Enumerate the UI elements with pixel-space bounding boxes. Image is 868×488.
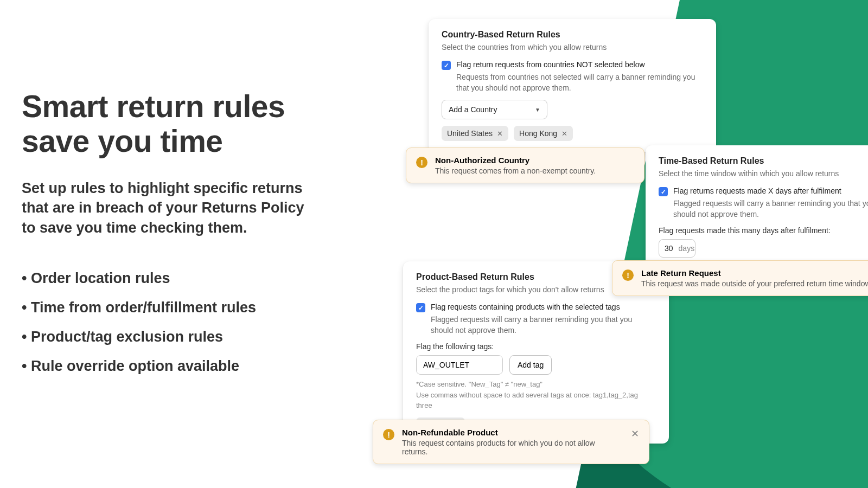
flag-time-checkbox[interactable]: ✓ xyxy=(659,187,668,196)
flag-product-checkbox[interactable]: ✓ xyxy=(416,303,425,312)
tags-field-label: Flag the following tags: xyxy=(416,342,656,351)
tag-label: United States xyxy=(447,129,493,138)
remove-tag-icon[interactable]: ✕ xyxy=(561,130,567,138)
add-country-select[interactable]: Add a Country ▼ xyxy=(442,100,547,119)
non-refundable-product-banner: ! Non-Refundable Product This request co… xyxy=(373,420,649,464)
card-subtitle: Select the time window within which you … xyxy=(659,169,868,178)
headline: Smart return rules save you time xyxy=(22,89,320,159)
remove-tag-icon[interactable]: ✕ xyxy=(497,130,503,138)
banner-text: This request was made outside of your pr… xyxy=(641,279,868,288)
late-return-banner: ! Late Return Request This request was m… xyxy=(612,260,868,296)
card-title: Country-Based Return Rules xyxy=(442,30,703,40)
banner-title: Late Return Request xyxy=(641,268,868,278)
banner-title: Non-Refundable Product xyxy=(402,428,607,437)
tag-label: Hong Kong xyxy=(519,129,557,138)
banner-title: Non-Authorized Country xyxy=(435,156,596,165)
select-label: Add a Country xyxy=(449,105,497,114)
days-input[interactable]: 30 days xyxy=(659,239,695,258)
days-value: 30 xyxy=(665,244,673,253)
checkbox-description: Flagged requests will carry a banner rem… xyxy=(416,314,656,336)
checkbox-label: Flag return requests from countries NOT … xyxy=(456,60,645,69)
warning-icon: ! xyxy=(416,157,427,168)
days-unit: days xyxy=(679,244,695,253)
flag-country-checkbox[interactable]: ✓ xyxy=(442,61,451,70)
comma-tags-note: Use commas without space to add several … xyxy=(416,390,656,411)
add-tag-button[interactable]: Add tag xyxy=(509,355,552,375)
close-icon[interactable]: ✕ xyxy=(615,428,639,440)
warning-icon: ! xyxy=(383,429,394,440)
bullet-item: Rule override option available xyxy=(22,351,320,381)
checkbox-label: Flag returns requests made X days after … xyxy=(673,187,841,195)
feature-bullets: Order location rules Time from order/ful… xyxy=(22,264,320,381)
bullet-item: Product/tag exclusion rules xyxy=(22,322,320,351)
country-tag: Hong Kong ✕ xyxy=(514,126,573,141)
case-sensitive-note: *Case sensitive. "New_Tag" ≠ "new_tag" xyxy=(416,379,656,390)
tag-input[interactable] xyxy=(416,355,503,375)
time-rules-card: Time-Based Return Rules Select the time … xyxy=(646,145,868,268)
bullet-item: Time from order/fulfillment rules xyxy=(22,293,320,322)
card-title: Time-Based Return Rules xyxy=(659,156,868,166)
subheadline: Set up rules to highlight specific retur… xyxy=(22,178,320,237)
non-authorized-country-banner: ! Non-Authorized Country This request co… xyxy=(406,147,644,183)
days-field-label: Flag requests made this many days after … xyxy=(659,226,868,235)
checkbox-description: Requests from countries not selected wil… xyxy=(442,72,703,93)
chevron-down-icon: ▼ xyxy=(535,107,540,113)
warning-icon: ! xyxy=(622,269,634,281)
country-tag: United States ✕ xyxy=(442,126,508,141)
card-subtitle: Select the countries from which you allo… xyxy=(442,43,703,52)
country-rules-card: Country-Based Return Rules Select the co… xyxy=(429,19,716,152)
banner-text: This request comes from a non-exempt cou… xyxy=(435,166,596,175)
banner-text: This request contains products for which… xyxy=(402,439,607,456)
checkbox-label: Flag requests containing products with t… xyxy=(431,303,620,311)
bullet-item: Order location rules xyxy=(22,264,320,293)
checkbox-description: Flagged requests will carry a banner rem… xyxy=(659,198,868,220)
